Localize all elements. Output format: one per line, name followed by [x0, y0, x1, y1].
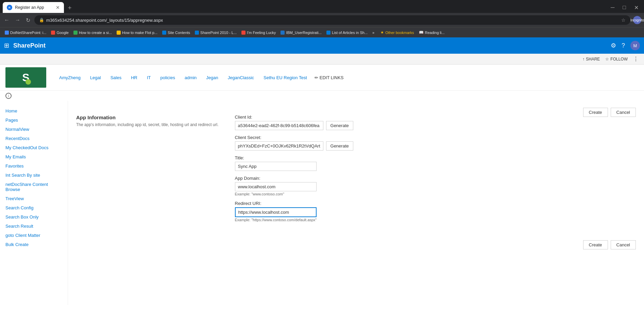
- bookmark-star-icon[interactable]: ☆: [621, 17, 626, 23]
- user-avatar[interactable]: M: [630, 41, 640, 50]
- title-label: Title:: [235, 155, 405, 160]
- bookmark-more[interactable]: »: [370, 30, 376, 35]
- back-button[interactable]: ←: [3, 16, 11, 24]
- bookmark-feeling-lucky[interactable]: I'm Feeling Lucky: [239, 30, 278, 35]
- edit-links-button[interactable]: ✏ EDIT LINKS: [315, 75, 344, 80]
- bookmark-flot-label: How to make Flot p...: [122, 31, 157, 35]
- info-icon[interactable]: i: [5, 93, 12, 99]
- sharepoint-header: ⊞ SharePoint ⚙ ? M: [0, 37, 644, 54]
- address-bar[interactable]: 🔒 m365x634254.sharepoint.com/_layouts/15…: [34, 15, 630, 25]
- bookmark-dotnet-label: DotNetSharePoint: i...: [10, 31, 46, 35]
- bookmark-other-icon: ★: [380, 30, 384, 35]
- nav-item-jegan[interactable]: Jegan: [201, 72, 223, 83]
- nav-item-sales[interactable]: Sales: [106, 72, 126, 83]
- nav-item-amyzheng[interactable]: AmyZheng: [54, 72, 85, 83]
- sp-header-right: ⚙ ? M: [611, 41, 640, 50]
- star-follow-icon: ☆: [605, 57, 609, 62]
- bookmark-site-contents[interactable]: Site Contents: [160, 30, 192, 35]
- nav-item-policies[interactable]: policies: [156, 72, 180, 83]
- share-button[interactable]: ↑ SHARE: [582, 57, 600, 62]
- tab-favicon: R: [7, 5, 12, 10]
- minimize-button[interactable]: ─: [608, 4, 617, 11]
- title-input[interactable]: [235, 162, 317, 171]
- sidebar-item-searchresult[interactable]: Search Result: [0, 222, 68, 231]
- sidebar-item-myemails[interactable]: My Emails: [0, 152, 68, 161]
- form-section: Client Id: Generate Client Secret: Gener…: [235, 115, 405, 227]
- client-id-group: Client Id: Generate: [235, 115, 405, 130]
- client-secret-input[interactable]: [235, 141, 323, 151]
- create-button-top[interactable]: Create: [583, 108, 608, 117]
- sidebar-item-searchconfig[interactable]: Search Config: [0, 203, 68, 212]
- nav-item-hr[interactable]: HR: [126, 72, 142, 83]
- active-tab[interactable]: R Register an App ✕: [3, 2, 64, 13]
- top-actions: Create Cancel: [583, 108, 636, 117]
- bookmark-favicon-google: [51, 31, 55, 35]
- bookmark-reading-list[interactable]: 📖 Reading li...: [417, 30, 447, 35]
- svg-text:R: R: [9, 6, 11, 9]
- app-domain-input[interactable]: [235, 182, 317, 191]
- bookmark-ibm[interactable]: IBM_UserRegistrati...: [278, 30, 324, 35]
- nav-item-admin[interactable]: admin: [180, 72, 201, 83]
- address-text: m365x634254.sharepoint.com/_layouts/15/a…: [46, 18, 163, 23]
- refresh-button[interactable]: ↻: [24, 16, 32, 25]
- sidebar-item-recentdocs[interactable]: RecentDocs: [0, 134, 68, 143]
- bookmark-reading-icon: 📖: [419, 30, 424, 35]
- bookmark-list-articles[interactable]: List of Articles in Sh...: [324, 30, 370, 35]
- bookmark-create-si-label: How to create a si...: [79, 31, 112, 35]
- app-info-section: App Information The app's information, i…: [76, 115, 636, 227]
- waffle-icon[interactable]: ⊞: [4, 42, 9, 49]
- sidebar-item-bulkcreate[interactable]: Bulk Create: [0, 240, 68, 249]
- address-bar-inner: 🔒 m365x634254.sharepoint.com/_layouts/15…: [39, 18, 619, 23]
- cancel-button-bottom[interactable]: Cancel: [611, 240, 636, 249]
- tab-close-icon[interactable]: ✕: [56, 5, 60, 10]
- bookmark-favicon-list-articles: [326, 31, 331, 35]
- help-icon[interactable]: ?: [622, 42, 625, 49]
- redirect-uri-input[interactable]: [235, 207, 317, 217]
- settings-icon[interactable]: ⚙: [611, 42, 616, 49]
- new-tab-button[interactable]: ＋: [65, 2, 74, 13]
- client-id-input[interactable]: [235, 121, 323, 130]
- nav-item-legal[interactable]: Legal: [85, 72, 106, 83]
- close-button[interactable]: ✕: [631, 4, 641, 12]
- sidebar-item-clientmatter[interactable]: goto Client Matter: [0, 231, 68, 240]
- bookmark-dotnet[interactable]: DotNetSharePoint: i...: [3, 30, 48, 35]
- client-id-label: Client Id:: [235, 115, 405, 120]
- sidebar-item-checkedout[interactable]: My CheckedOut Docs: [0, 143, 68, 152]
- app-domain-group: App Domain: Example: "www.contoso.com": [235, 176, 405, 196]
- bookmark-flot[interactable]: How to make Flot p...: [115, 30, 159, 35]
- bookmark-other[interactable]: ★ Other bookmarks: [378, 30, 416, 35]
- profile-button[interactable]: Incognito: [633, 16, 641, 24]
- follow-label: FOLLOW: [610, 57, 628, 62]
- client-id-row: Generate: [235, 121, 405, 130]
- nav-item-it[interactable]: IT: [142, 72, 156, 83]
- bookmark-other-label: Other bookmarks: [385, 31, 414, 35]
- sidebar-item-intsearch[interactable]: Int Search By site: [0, 171, 68, 180]
- sidebar-item-searchboxonly[interactable]: Search Box Only: [0, 212, 68, 222]
- bookmarks-bar: DotNetSharePoint: i... Google How to cre…: [0, 27, 644, 37]
- create-button-bottom[interactable]: Create: [583, 240, 608, 249]
- title-group: Title:: [235, 155, 405, 171]
- sidebar-item-netdocshare[interactable]: netDocShare Content Browse: [0, 180, 68, 194]
- site-logo-inner: S: [22, 71, 29, 84]
- pencil-icon: ✏: [315, 75, 318, 80]
- maximize-button[interactable]: □: [620, 4, 629, 11]
- client-secret-row: Generate: [235, 141, 405, 151]
- follow-bar-more-icon[interactable]: ⋮: [633, 56, 639, 62]
- lock-icon: 🔒: [39, 18, 44, 22]
- bookmark-google[interactable]: Google: [49, 30, 70, 35]
- sidebar-item-home[interactable]: Home: [0, 106, 68, 116]
- sidebar-item-normalview[interactable]: NormalView: [0, 125, 68, 134]
- nav-item-sethu[interactable]: Sethu EU Region Test: [259, 72, 312, 83]
- forward-button[interactable]: →: [14, 16, 22, 24]
- sidebar-item-treeview[interactable]: TreeView: [0, 194, 68, 203]
- sidebar: Home Pages NormalView RecentDocs My Chec…: [0, 101, 68, 305]
- nav-item-jeganclassic[interactable]: JeganClassic: [223, 72, 259, 83]
- generate-client-secret-button[interactable]: Generate: [326, 141, 353, 151]
- bookmark-sp2010[interactable]: SharePoint 2010 - L...: [193, 30, 239, 35]
- follow-button[interactable]: ☆ FOLLOW: [605, 57, 628, 62]
- cancel-button-top[interactable]: Cancel: [611, 108, 636, 117]
- generate-client-id-button[interactable]: Generate: [326, 121, 353, 130]
- sidebar-item-pages[interactable]: Pages: [0, 116, 68, 125]
- bookmark-create-si[interactable]: How to create a si...: [71, 30, 114, 35]
- sidebar-item-favorites[interactable]: Favorites: [0, 161, 68, 171]
